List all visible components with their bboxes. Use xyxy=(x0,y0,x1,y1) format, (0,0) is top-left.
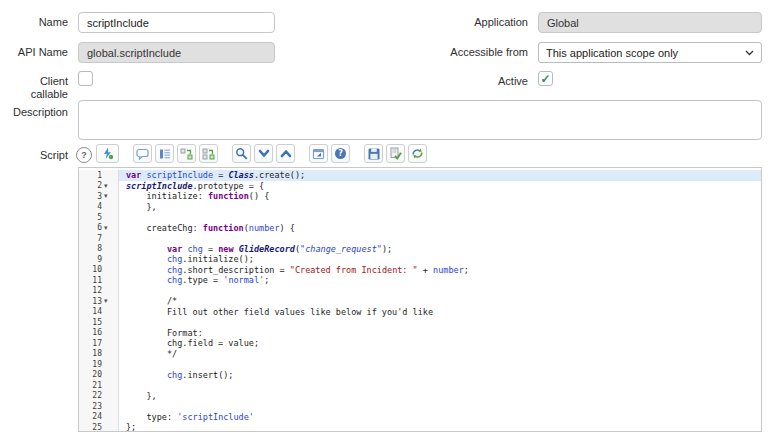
code-token: new xyxy=(218,244,233,254)
code-line[interactable]: scriptInclude.prototype = { xyxy=(119,181,761,192)
code-row: 22 }, xyxy=(79,391,761,402)
search-button[interactable] xyxy=(232,144,251,163)
code-line[interactable]: /* xyxy=(119,296,761,307)
code-token: var xyxy=(126,170,141,180)
code-line[interactable]: }, xyxy=(119,202,761,213)
gutter: 25 xyxy=(79,422,119,432)
syntax-editor-toggle-button[interactable] xyxy=(96,144,119,163)
line-number: 20 xyxy=(79,370,102,379)
gutter: 8 xyxy=(79,244,119,255)
code-row: 12 xyxy=(79,286,761,297)
code-token: "change_request" xyxy=(300,244,382,254)
api-name-input xyxy=(78,42,275,63)
line-number: 21 xyxy=(79,381,102,390)
syntax-editor-icon xyxy=(101,147,114,160)
code-row: 6▾ createChg: function(number) { xyxy=(79,223,761,234)
name-input[interactable] xyxy=(78,12,275,33)
code-line[interactable]: Fill out other field values like below i… xyxy=(119,307,761,318)
accessible-from-select[interactable]: This application scope only xyxy=(538,42,762,63)
code-token: chg xyxy=(167,265,182,275)
code-line[interactable]: */ xyxy=(119,349,761,360)
replace-all-button[interactable] xyxy=(199,144,218,163)
code-line[interactable] xyxy=(119,233,761,244)
fold-toggle-icon[interactable]: ▾ xyxy=(102,181,117,192)
replace-button[interactable] xyxy=(177,144,196,163)
description-input[interactable] xyxy=(78,100,762,140)
code-line[interactable] xyxy=(119,359,761,370)
editor-help-button[interactable]: ? xyxy=(331,144,350,163)
syntax-check-button[interactable] xyxy=(386,144,405,163)
client-callable-label: Client callable xyxy=(0,75,68,101)
fold-toggle-icon[interactable]: ▾ xyxy=(102,296,117,307)
code-token: .create(); xyxy=(254,170,305,180)
line-number: 12 xyxy=(79,286,102,295)
gutter: 10 xyxy=(79,265,119,276)
script-code-editor[interactable]: 1var scriptInclude = Class.create();2▾sc… xyxy=(78,167,762,432)
field-help-icon[interactable]: ? xyxy=(76,147,92,163)
open-in-window-button[interactable] xyxy=(309,144,328,163)
code-line[interactable] xyxy=(119,286,761,297)
code-line[interactable]: type: 'scriptInclude' xyxy=(119,412,761,423)
gutter: 23 xyxy=(79,401,119,412)
code-token: ); xyxy=(382,244,392,254)
line-number: 18 xyxy=(79,349,102,358)
line-number: 1 xyxy=(79,171,102,180)
find-previous-button[interactable] xyxy=(276,144,295,163)
code-line[interactable] xyxy=(119,212,761,223)
checkmark-icon: ✓ xyxy=(540,73,550,85)
gutter: 3▾ xyxy=(79,191,119,202)
code-token: + xyxy=(418,265,433,275)
active-checkbox[interactable]: ✓ xyxy=(538,71,553,86)
gutter: 6▾ xyxy=(79,223,119,234)
code-line[interactable]: var chg = new GlideRecord("change_reques… xyxy=(119,244,761,255)
accessible-from-value: This application scope only xyxy=(546,47,678,59)
gutter: 7 xyxy=(79,233,119,244)
toolbar-group xyxy=(232,144,298,163)
code-line[interactable]: chg.field = value; xyxy=(119,338,761,349)
gutter: 22 xyxy=(79,391,119,402)
format-code-button[interactable] xyxy=(155,144,174,163)
script-sync-button[interactable] xyxy=(408,144,427,163)
code-token: Class xyxy=(228,170,254,180)
code-line[interactable] xyxy=(119,317,761,328)
code-line[interactable]: chg.initialize(); xyxy=(119,254,761,265)
code-line[interactable]: chg.type = 'normal'; xyxy=(119,275,761,286)
code-row: 7 xyxy=(79,233,761,244)
code-row: 16 Format: xyxy=(79,328,761,339)
script-editor-toolbar: ? xyxy=(96,144,441,163)
save-button[interactable] xyxy=(364,144,383,163)
code-token: .short_description = xyxy=(182,265,289,275)
code-line[interactable] xyxy=(119,380,761,391)
line-number: 19 xyxy=(79,360,102,369)
fold-toggle-icon[interactable]: ▾ xyxy=(102,223,117,234)
fold-toggle-icon[interactable]: ▾ xyxy=(102,191,117,202)
code-token: chg.field = value; xyxy=(126,338,259,348)
code-line[interactable]: Format: xyxy=(119,328,761,339)
code-line[interactable]: initialize: function() { xyxy=(119,191,761,202)
code-line[interactable] xyxy=(119,401,761,412)
code-token: chg xyxy=(167,254,182,264)
code-line[interactable]: createChg: function(number) { xyxy=(119,223,761,234)
code-line[interactable]: }, xyxy=(119,391,761,402)
find-next-button[interactable] xyxy=(254,144,273,163)
code-token: () { xyxy=(249,191,269,201)
code-line[interactable]: var scriptInclude = Class.create(); xyxy=(119,170,761,181)
code-line[interactable]: chg.insert(); xyxy=(119,370,761,381)
script-sync-icon xyxy=(411,147,424,160)
code-line[interactable]: chg.short_description = "Created from In… xyxy=(119,265,761,276)
search-icon xyxy=(235,147,248,160)
gutter: 5 xyxy=(79,212,119,223)
code-token: .initialize(); xyxy=(182,254,254,264)
code-token: var xyxy=(167,244,182,254)
code-token: function xyxy=(208,191,249,201)
code-token: "Created from Incident: " xyxy=(290,265,418,275)
toggle-comment-button[interactable] xyxy=(133,144,152,163)
code-row: 21 xyxy=(79,380,761,391)
code-token xyxy=(126,275,167,285)
active-label: Active xyxy=(398,75,528,88)
code-token: /* xyxy=(126,296,177,306)
code-line[interactable]: }; xyxy=(119,422,761,432)
client-callable-checkbox[interactable] xyxy=(78,71,93,86)
script-label: Script xyxy=(0,149,68,162)
code-token xyxy=(126,370,167,380)
